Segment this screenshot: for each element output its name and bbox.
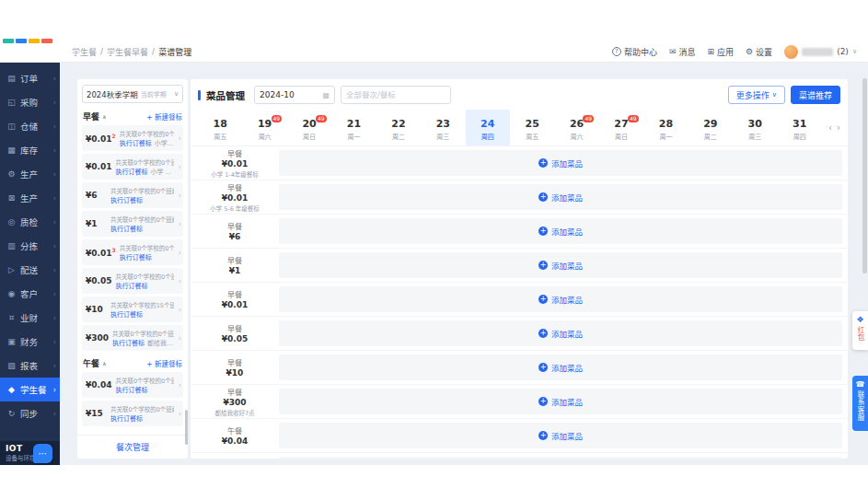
add-dish-button[interactable]: + 添加菜品	[538, 362, 583, 373]
brand-bar-teal	[3, 39, 14, 43]
add-dish-label: 添加菜品	[551, 430, 583, 441]
calendar-day[interactable]: 29 周二	[689, 110, 733, 145]
sidebar-item[interactable]: ¤ 业财 ›	[0, 306, 60, 330]
exec-order-standard-link[interactable]: 执行订餐标	[110, 224, 143, 233]
sidebar-item[interactable]: ◫ 仓储 ›	[0, 114, 60, 138]
sidebar-item[interactable]: ↻ 同步 ›	[0, 401, 60, 425]
add-dish-button[interactable]: + 添加菜品	[538, 396, 583, 407]
sidebar-item[interactable]: ▧ 报表 ›	[0, 354, 60, 378]
settings-button[interactable]: ⚙ 设置	[746, 46, 772, 58]
add-dish-button[interactable]: + 添加菜品	[538, 294, 583, 305]
group-title[interactable]: 早餐	[83, 110, 99, 122]
prev-week-button[interactable]: ‹	[828, 122, 832, 133]
exec-order-standard-link[interactable]: 执行订餐标	[110, 309, 143, 319]
meal-standard-card[interactable]: ¥0.012 共关联0个学校的0个班级 执行订餐标 小学 1-4年.. ›	[82, 125, 183, 151]
chevron-right-icon: ›	[179, 381, 181, 390]
sidebar-item[interactable]: ▦ 库存 ›	[0, 138, 60, 162]
exec-order-standard-link[interactable]: 执行订餐标	[115, 281, 147, 290]
calendar-day[interactable]: 23 周三	[421, 110, 465, 145]
brand-bar-yellow	[29, 39, 40, 43]
exec-order-standard-link[interactable]: 执行订餐标	[110, 195, 143, 204]
sidebar-item-label: 生产	[20, 168, 50, 180]
help-center-button[interactable]: ? 帮助中心	[612, 46, 657, 58]
meal-standard-card[interactable]: ¥300 共关联0个学校的0个班级 执行订餐标 都给我收好7点 ›	[82, 325, 183, 351]
meal-standard-card[interactable]: ¥15 共关联0个学校的0个班级 执行订餐标 ›	[82, 401, 183, 426]
month-picker[interactable]: 2024-10 ▦	[254, 86, 335, 104]
messages-button[interactable]: ✉ 消息	[669, 46, 696, 58]
calendar-day[interactable]: 1949 周六	[242, 110, 286, 145]
sidebar-item[interactable]: ◉ 客户 ›	[0, 282, 60, 306]
calendar-day[interactable]: 18 周五	[198, 110, 242, 145]
calendar-day[interactable]: 2049 周日	[287, 110, 331, 145]
new-meal-standard-link[interactable]: + 新建餐标	[146, 358, 182, 368]
next-week-button[interactable]: ›	[837, 122, 840, 133]
add-dish-button[interactable]: + 添加菜品	[538, 226, 583, 237]
chevron-up-icon[interactable]: ∧	[102, 360, 107, 366]
group-title[interactable]: 午餐	[83, 357, 99, 369]
meal-standard-card[interactable]: ¥1 共关联0个学校的0个班级 执行订餐标 ›	[82, 211, 183, 237]
scrollbar-thumb[interactable]	[862, 78, 867, 273]
meal-times-manage-link[interactable]: 餐次管理	[116, 441, 149, 453]
sidebar-item[interactable]: ▷ 配送 ›	[0, 258, 60, 282]
sidebar-item[interactable]: ◎ 质检 ›	[0, 210, 60, 234]
sidebar-item[interactable]: ▥ 分拣 ›	[0, 234, 60, 258]
new-meal-standard-link[interactable]: + 新建餐标	[146, 111, 182, 122]
breadcrumb-item[interactable]: 学生餐	[72, 46, 97, 58]
add-dish-button[interactable]: + 添加菜品	[538, 328, 583, 339]
exec-order-standard-link[interactable]: 执行订餐标	[120, 138, 152, 147]
contact-support-floater[interactable]: ☎ 联系客服	[852, 376, 868, 431]
sidebar-item[interactable]: ◱ 采购 ›	[0, 90, 60, 114]
sidebar-item[interactable]: ◆ 学生餐 ›	[0, 378, 60, 401]
left-panel-scrollbar[interactable]	[185, 410, 188, 445]
sidebar-item-label: 客户	[20, 287, 50, 300]
user-menu[interactable]: (2) ∨	[784, 45, 857, 59]
breadcrumb-item[interactable]: 学生餐早餐	[107, 46, 148, 58]
meal-standard-card[interactable]: ¥0.05 共关联0个学校的0个班级 执行订餐标 ›	[82, 268, 183, 294]
chevron-up-icon[interactable]: ∧	[102, 113, 107, 120]
calendar-day[interactable]: 28 周一	[643, 110, 688, 145]
exec-order-standard-link[interactable]: 执行订餐标	[112, 338, 145, 347]
chevron-down-icon: ∨	[852, 48, 857, 55]
add-dish-button[interactable]: + 添加菜品	[538, 260, 583, 271]
exec-order-standard-link[interactable]: 执行订餐标	[110, 413, 143, 423]
calendar-day[interactable]: 2649 周六	[554, 110, 598, 145]
calendar-day[interactable]: 24 周四	[466, 110, 510, 145]
linked-schools-text: 共关联0个学校的0个班级	[110, 215, 174, 224]
add-dish-button[interactable]: + 添加菜品	[538, 157, 583, 169]
filter-input[interactable]	[341, 86, 451, 104]
sidebar-item[interactable]: ▤ 订单 ›	[0, 66, 60, 90]
calendar-day[interactable]: 2749 周日	[599, 110, 643, 145]
chat-bubble-button[interactable]: ⋯	[33, 444, 52, 463]
calendar-day[interactable]: 30 周三	[733, 110, 777, 145]
meal-standard-card[interactable]: ¥0.04 共关联0个学校的0个班级 执行订餐标 ›	[82, 372, 183, 398]
calendar-day[interactable]: 31 周四	[777, 110, 821, 145]
standard-price: ¥0.05	[86, 276, 111, 285]
more-actions-button[interactable]: 更多操作 ∨	[728, 86, 785, 104]
semester-select[interactable]: 2024秋季学期 当前学期 ∨	[82, 85, 183, 103]
calendar-day[interactable]: 25 周五	[510, 110, 554, 145]
sidebar-item-label: 分拣	[20, 239, 50, 252]
chevron-right-icon: ›	[179, 306, 181, 314]
menu-panel: 菜品管理 2024-10 ▦ 更多操作 ∨ 菜谱推荐 18	[191, 79, 848, 459]
sidebar-item[interactable]: ⚙ 生产 ›	[0, 162, 60, 186]
sidebar-item[interactable]: ⊠ 生产 ›	[0, 186, 60, 210]
add-dish-button[interactable]: + 添加菜品	[538, 192, 583, 203]
linked-schools-text: 共关联0个学校的0个班级	[115, 272, 174, 281]
exec-order-standard-link[interactable]: 执行订餐标	[115, 167, 147, 176]
sidebar-item[interactable]: ▣ 财务 ›	[0, 330, 60, 354]
red-packet-floater[interactable]: ❖ 红包	[852, 311, 868, 350]
topbar-actions: ? 帮助中心 ✉ 消息 ⊞ 应用 ⚙ 设置 (2) ∨	[612, 45, 857, 59]
meal-standard-card[interactable]: ¥6 共关联0个学校的0个班级 执行订餐标 ›	[82, 182, 183, 208]
menu-row-slot: + 添加菜品	[279, 184, 842, 210]
calendar-day[interactable]: 21 周一	[331, 110, 376, 145]
chevron-down-icon: ∨	[174, 90, 179, 98]
meal-standard-card[interactable]: ¥0.013 共关联0个学校的0个班级 执行订餐标 ›	[82, 239, 183, 265]
meal-standard-card[interactable]: ¥0.01 共关联0个学校的0个班级 执行订餐标 小学 5-6.. ›	[82, 154, 183, 180]
add-dish-button[interactable]: + 添加菜品	[538, 430, 583, 441]
exec-order-standard-link[interactable]: 执行订餐标	[120, 252, 152, 262]
apps-button[interactable]: ⊞ 应用	[707, 46, 734, 58]
exec-order-standard-link[interactable]: 执行订餐标	[115, 385, 147, 394]
meal-standard-card[interactable]: ¥10 共关联9个学校的15个班级 执行订餐标 ›	[82, 297, 183, 322]
recommend-menu-button[interactable]: 菜谱推荐	[791, 86, 840, 104]
calendar-day[interactable]: 22 周二	[376, 110, 421, 145]
